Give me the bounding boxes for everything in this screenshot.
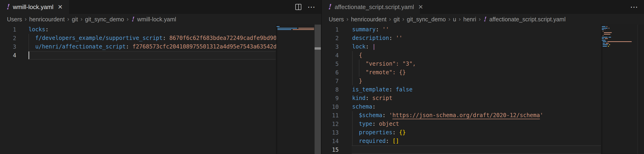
warning-file-icon: ! [328, 3, 331, 10]
breadcrumb-separator-icon: › [78, 16, 85, 23]
minimap-line [276, 28, 314, 28]
code-line[interactable]: 9kind: script [322, 94, 644, 102]
code-line[interactable]: 2 f/developers_example/supportive_script… [0, 34, 321, 42]
line-number: 15 [322, 146, 352, 153]
line-number: 14 [322, 138, 352, 144]
code-line[interactable]: 15 [322, 146, 644, 154]
close-icon[interactable]: ✕ [418, 4, 424, 10]
minimap-token [604, 32, 612, 33]
warning-file-icon: ! [131, 16, 134, 22]
code-text: description: '' [352, 34, 402, 42]
close-icon[interactable]: ✕ [58, 4, 63, 10]
line-number: 7 [322, 78, 352, 84]
tab-affectionate-script[interactable]: ! affectionate_script.script.yaml ✕ [322, 0, 420, 14]
code-line[interactable]: 14 required: [] [322, 137, 644, 146]
tab-title: affectionate_script.script.yaml [335, 4, 414, 11]
breadcrumb-item[interactable]: git_sync_demo [407, 16, 446, 23]
minimap-line [276, 29, 314, 30]
line-number: 13 [322, 130, 352, 136]
indent-guide [352, 137, 352, 146]
code-text: u/henri/affectionate_script: f2768573cfc… [28, 42, 276, 51]
indent-guide [352, 111, 352, 120]
scrollbar[interactable] [314, 24, 321, 154]
breadcrumb-item[interactable]: henri [463, 16, 476, 23]
code-line[interactable]: 3 u/henri/affectionate_script: f2768573c… [0, 42, 321, 51]
breadcrumb-separator-icon: › [124, 16, 131, 23]
code-text: summary: '' [352, 25, 389, 34]
current-line-highlight [352, 146, 601, 154]
code-line[interactable]: 6 "remote": {} [322, 68, 644, 77]
code-line[interactable]: 4 [0, 51, 321, 60]
code-text: required: [] [352, 137, 399, 146]
breadcrumb-item[interactable]: u [453, 16, 456, 23]
minimap-line [601, 29, 638, 30]
minimap-token [605, 29, 605, 30]
editor-group-left: ! wmill-lock.yaml ✕ ⋯ Users›henricourden… [0, 0, 321, 154]
code-line[interactable]: 1locks: [0, 25, 321, 34]
more-actions-icon[interactable]: ⋯ [630, 3, 638, 11]
minimap-line [601, 41, 638, 42]
tab-wmill-lock[interactable]: ! wmill-lock.yaml ✕ [0, 0, 69, 14]
breadcrumb-item[interactable]: git [394, 16, 400, 23]
scrollbar-track[interactable] [638, 24, 644, 154]
minimap-line [601, 43, 638, 44]
editor[interactable]: 1locks:2 f/developers_example/supportive… [0, 24, 321, 154]
code-line[interactable]: 7 } [322, 77, 644, 85]
breadcrumb-item[interactable]: git [72, 16, 78, 23]
minimap-token [602, 28, 608, 28]
indent-guide [359, 68, 359, 77]
code-line[interactable]: 4 { [322, 51, 644, 60]
line-number: 12 [322, 121, 352, 127]
code-line[interactable]: 11 $schema: 'https://json-schema.org/dra… [322, 111, 644, 120]
line-number: 2 [0, 35, 28, 42]
breadcrumb-file[interactable]: !wmill-lock.yaml [131, 16, 176, 23]
minimap-line [276, 26, 314, 27]
code-line[interactable]: 8is_template: false [322, 85, 644, 94]
current-line-highlight [28, 51, 276, 60]
minimap-token [602, 38, 604, 39]
line-number: 3 [0, 44, 28, 50]
code-line[interactable]: 1summary: '' [322, 25, 644, 34]
breadcrumb-item[interactable]: Users [329, 16, 344, 23]
line-number: 5 [322, 61, 352, 67]
code-line[interactable]: 10schema: [322, 102, 644, 111]
minimap-token [603, 43, 605, 44]
code-text: locks: [28, 25, 49, 34]
code-line[interactable]: 5 "version": "3", [322, 60, 644, 68]
breadcrumb-item[interactable]: henricourdent [351, 16, 386, 23]
minimap-token [603, 46, 607, 46]
minimap-line [601, 35, 638, 36]
indent-guide [352, 77, 352, 85]
minimap-token [604, 34, 610, 34]
line-number: 10 [322, 104, 352, 110]
code-text: lock: | [352, 42, 376, 51]
breadcrumb-item[interactable]: Users [7, 16, 22, 23]
minimap-token [602, 40, 606, 40]
code-line[interactable]: 12 type: object [322, 120, 644, 128]
minimap[interactable] [601, 24, 638, 154]
breadcrumb-item[interactable]: git_sync_demo [85, 16, 124, 23]
code-line[interactable]: 3lock: | [322, 42, 644, 51]
indent-guide [28, 34, 29, 42]
breadcrumb-separator-icon: › [400, 16, 407, 23]
line-number: 3 [322, 44, 352, 50]
minimap-line [601, 44, 638, 45]
minimap-token [608, 28, 610, 28]
code-text: is_template: false [352, 85, 412, 94]
editor[interactable]: 1summary: ''2description: ''3lock: |4 {5… [322, 24, 644, 154]
indent-guide [359, 60, 359, 68]
line-number: 9 [322, 95, 352, 102]
breadcrumb-separator-icon: › [65, 16, 72, 23]
code-line[interactable]: 13 properties: {} [322, 128, 644, 137]
minimap-token [608, 46, 609, 46]
minimap-line [601, 40, 638, 40]
more-actions-icon[interactable]: ⋯ [308, 3, 316, 11]
split-editor-icon[interactable] [295, 4, 301, 10]
minimap-line [601, 38, 638, 39]
minimap[interactable] [276, 24, 314, 154]
warning-file-icon: ! [6, 3, 9, 10]
code-line[interactable]: 2description: '' [322, 34, 644, 42]
breadcrumb-file[interactable]: !affectionate_script.script.yaml [483, 16, 566, 23]
minimap-line [601, 31, 638, 32]
breadcrumb-item[interactable]: henricourdent [29, 16, 65, 23]
